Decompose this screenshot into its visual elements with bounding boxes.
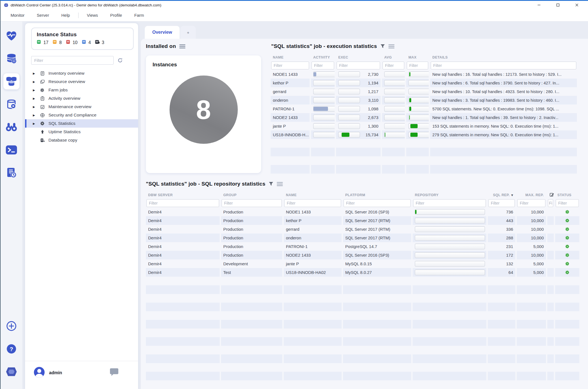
expand-arrow-icon[interactable]: ▶: [33, 114, 40, 117]
exec-menu-icon[interactable]: [388, 44, 395, 49]
table-row[interactable]: Demir4ProductiononderonSQL Server 2017 (…: [146, 234, 581, 242]
table-row[interactable]: onderon3,110New sql handles : 3. Total s…: [271, 96, 578, 104]
installed-on-menu-icon[interactable]: [179, 44, 185, 49]
help-icon[interactable]: ?: [3, 341, 19, 357]
minimize-button[interactable]: [537, 3, 541, 7]
reports-icon[interactable]: [3, 165, 19, 181]
menu-item-monitor[interactable]: Monitor: [11, 13, 24, 18]
table-row[interactable]: Demir4Developmentjante PMySQL 8.0.151325…: [146, 259, 581, 268]
column-header-max[interactable]: MAX: [406, 55, 429, 59]
table-row[interactable]: Demir4ProductionNODE1 1433SQL Server 201…: [146, 208, 581, 216]
filter-input[interactable]: [548, 199, 553, 207]
cell-name: gerrard: [284, 225, 342, 234]
table-row[interactable]: NODE2 14332,673New sql handles : 1. Tota…: [271, 113, 578, 122]
table-row[interactable]: Demir4ProductionPATRONI-1PostgreSQL 14.7…: [146, 242, 581, 251]
filter-input[interactable]: [431, 62, 576, 69]
column-header-platform[interactable]: PLATFORM: [343, 193, 411, 197]
column-header-activity[interactable]: ACTIVITY: [311, 55, 335, 59]
column-header-max-rep-[interactable]: MAX. REP.: [517, 193, 546, 197]
filter-input[interactable]: [407, 62, 428, 69]
health-monitor-icon[interactable]: [3, 28, 19, 44]
table-row[interactable]: Demir4ProductiongerrardSQL Server 2017 (…: [146, 225, 581, 234]
menu-item-farm[interactable]: Farm: [134, 13, 144, 18]
sort-desc-icon[interactable]: ▾: [511, 193, 513, 197]
sidebar-item-database-copy[interactable]: Database copy: [25, 136, 138, 144]
column-header-dbw-server[interactable]: DBW SERVER: [146, 193, 220, 197]
column-header-name[interactable]: NAME: [271, 55, 310, 59]
terminal-icon[interactable]: [3, 142, 19, 158]
empty-row: [146, 380, 581, 389]
filter-input[interactable]: [337, 62, 380, 69]
menu-separator: [78, 13, 79, 18]
sidebar-item-sql-statistics[interactable]: ▶SQL Statistics: [25, 119, 138, 128]
instances-count-circle[interactable]: 8: [170, 76, 238, 144]
tab-overview[interactable]: Overview: [145, 26, 180, 39]
menu-item-server[interactable]: Server: [37, 13, 49, 18]
filter-input[interactable]: [383, 62, 404, 69]
filter-input[interactable]: [344, 199, 411, 207]
expand-arrow-icon[interactable]: ▶: [33, 97, 40, 100]
column-header-status[interactable]: STATUS: [555, 193, 579, 197]
sidebar-item-resource-overview[interactable]: ▶Resource overview: [25, 77, 138, 86]
tree-filter-input[interactable]: [31, 56, 114, 65]
table-row[interactable]: Demir4TestUS18-INNODB-HA02MySQL 8.0.2764…: [146, 268, 581, 277]
sidebar-item-uptime-statistics[interactable]: Uptime Statistics: [25, 128, 138, 136]
sidebar-item-farm-jobs[interactable]: ▶Farm jobs: [25, 86, 138, 94]
discover-icon[interactable]: [3, 119, 19, 135]
filter-input[interactable]: [284, 199, 341, 207]
column-header-exec[interactable]: EXEC: [336, 55, 381, 59]
edit-columns-icon[interactable]: [550, 193, 554, 198]
filter-input[interactable]: [312, 62, 334, 69]
database-jobs-icon[interactable]: [3, 96, 19, 112]
table-row[interactable]: US18-INNODB-H...15,734279 SQL statements…: [271, 130, 578, 139]
maximize-button[interactable]: [556, 3, 560, 7]
expand-arrow-icon[interactable]: ▶: [33, 105, 40, 108]
add-tab-button[interactable]: +: [180, 26, 196, 39]
add-icon[interactable]: [3, 318, 19, 334]
sidebar-item-security-and-compliance[interactable]: ▶Security and Compliance: [25, 111, 138, 119]
close-button[interactable]: [575, 3, 579, 7]
exec-filter-icon[interactable]: [380, 44, 385, 48]
repo-filter-icon[interactable]: [269, 182, 273, 186]
filter-input[interactable]: [413, 199, 486, 207]
menu-item-views[interactable]: Views: [87, 13, 98, 18]
expand-arrow-icon[interactable]: ▶: [33, 122, 40, 125]
sidebar-item-activity-overview[interactable]: ▶Activity overview: [25, 94, 138, 103]
database-settings-icon[interactable]: [3, 50, 19, 67]
table-row[interactable]: Demir4Productionkethor PSQL Server 2017 …: [146, 216, 581, 225]
instances-icon[interactable]: [3, 73, 19, 89]
table-row[interactable]: jante P1,300153 SQL statements in memory…: [271, 122, 578, 130]
installed-on-heading: Installed on: [146, 43, 185, 49]
filter-input[interactable]: [517, 199, 545, 207]
menu-item-help[interactable]: Help: [61, 13, 70, 18]
expand-arrow-icon[interactable]: ▶: [33, 72, 40, 75]
filter-input[interactable]: [146, 199, 219, 207]
menu-item-profile[interactable]: Profile: [110, 13, 122, 18]
dbwatch-logo-icon[interactable]: [3, 364, 19, 380]
refresh-icon[interactable]: [117, 58, 123, 63]
table-row[interactable]: gerrard1,217New sql handles : 10. Total …: [271, 87, 578, 96]
table-row[interactable]: NODE1 14332,730New sql handles : 16. Tot…: [271, 70, 578, 79]
repo-menu-icon[interactable]: [277, 182, 283, 186]
filter-input[interactable]: [556, 199, 579, 207]
security-icon: [40, 113, 48, 118]
column-header-details[interactable]: DETAILS: [430, 55, 577, 59]
sidebar-item-inventory-overview[interactable]: ▶Inventory overview: [25, 69, 138, 77]
table-row[interactable]: PATRONI-11,0985700 SQL statements. New S…: [271, 104, 578, 113]
expand-arrow-icon[interactable]: ▶: [33, 89, 40, 92]
table-row[interactable]: kethor P1,194New sql handles : 6. Total …: [271, 79, 578, 87]
filter-input[interactable]: [488, 199, 515, 207]
chat-bubble-icon[interactable]: [109, 368, 119, 378]
avatar[interactable]: [33, 366, 45, 379]
filter-input[interactable]: [271, 62, 309, 69]
column-header-avg[interactable]: AVG: [382, 55, 405, 59]
expand-arrow-icon[interactable]: ▶: [33, 80, 40, 83]
table-row[interactable]: Demir4ProductionNODE2 1433SQL Server 201…: [146, 251, 581, 259]
column-header-sql-rep-[interactable]: SQL REP.▾: [488, 193, 515, 197]
column-header-repository[interactable]: REPOSITORY: [413, 193, 486, 197]
column-header-group[interactable]: GROUP: [221, 193, 282, 197]
column-header-edit[interactable]: [547, 193, 554, 198]
column-header-name[interactable]: NAME: [284, 193, 342, 197]
filter-input[interactable]: [222, 199, 282, 207]
sidebar-item-maintenance-overview[interactable]: ▶Maintenance overview: [25, 103, 138, 111]
